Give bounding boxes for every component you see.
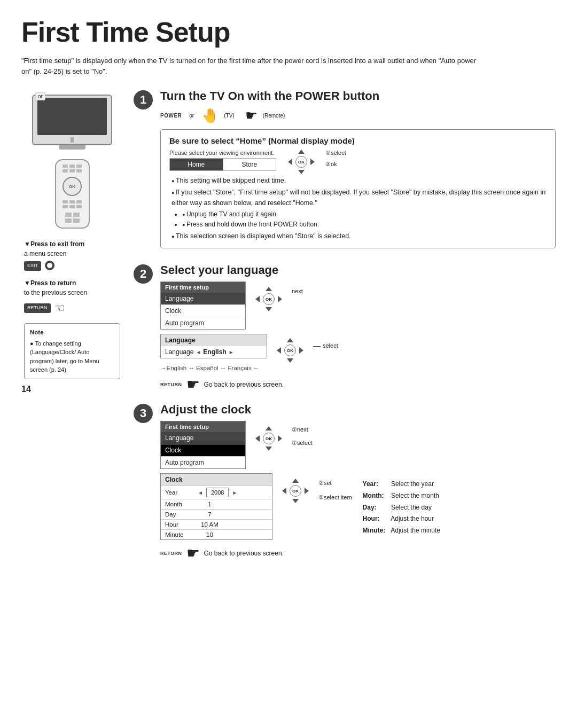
menu-item-clock-2: Clock	[161, 305, 245, 317]
home-store-selector: Home Store	[169, 158, 276, 171]
tv-hand-icon: 🤚	[201, 107, 219, 124]
step1-number: 1	[134, 90, 153, 109]
ok-button-step3[interactable]: OK	[263, 433, 275, 444]
minute-field-label: Minute	[165, 531, 194, 538]
ok-button-step1[interactable]: OK	[295, 156, 307, 168]
clock-up-icon	[292, 479, 299, 483]
remote-label: (Remote)	[263, 113, 285, 119]
bullet-1: This setting will be skipped next time.	[171, 175, 547, 186]
year-value: 2008	[206, 488, 229, 497]
step1-content: Turn the TV On with the POWER button POW…	[160, 89, 556, 254]
ok-label-step1: ②ok	[325, 161, 346, 168]
year-left-icon: ◄	[198, 490, 203, 496]
ok-button-clock[interactable]: OK	[290, 485, 301, 497]
minute-info: Minute: Adjust the minute	[363, 525, 440, 537]
step3-heading: Adjust the clock	[160, 403, 556, 417]
select-label-step1: ①select	[325, 150, 346, 156]
next-label-step3: ②next	[292, 426, 313, 433]
step3-content: Adjust the clock First time setup Langua…	[160, 403, 556, 562]
bullet-3: This selection screen is displayed when …	[171, 231, 547, 241]
side-notes: ▼Press to exit from a menu screen EXIT ▼…	[24, 239, 120, 379]
step2-left-icon	[255, 296, 260, 302]
step3-number: 3	[134, 404, 153, 423]
select-lang-label: select	[323, 342, 338, 349]
right-info: Year: Select the year Month: Select the …	[363, 479, 440, 536]
or-label: or	[35, 92, 45, 100]
step2-content: Select your language First time setup La…	[160, 263, 556, 393]
bullet-2a: Unplug the TV and plug it again.	[182, 209, 547, 220]
year-field-label: Year	[165, 489, 194, 496]
clock-left-icon	[282, 488, 286, 494]
step2-menu-title: First time setup	[161, 282, 245, 293]
intro-text: "First time setup" is displayed only whe…	[21, 56, 481, 76]
step2-return: RETURN ☛ Go back to previous screen.	[160, 375, 556, 393]
exit-note: a menu screen	[24, 249, 120, 259]
return-hand-icon-step2: ☛	[186, 375, 200, 393]
step2-down-icon	[266, 307, 272, 311]
clock-row-minute: Minute 10	[161, 529, 272, 539]
note-box: Note ● To change setting (Language/Clock…	[24, 323, 120, 379]
minute-value: 10	[198, 531, 222, 538]
set-label: ②set	[318, 480, 352, 487]
left-arrow-icon	[288, 159, 292, 165]
page-title: First Time Setup	[21, 16, 556, 48]
tv-label: (TV)	[224, 113, 234, 119]
store-option[interactable]: Store	[223, 159, 276, 170]
lang-flow: →English ↔ Español ↔ Français ←	[160, 365, 556, 371]
menu-item-auto-program-2: Auto program	[161, 317, 245, 329]
lang-right-icon: ►	[229, 349, 234, 355]
home-option[interactable]: Home	[170, 159, 223, 170]
menu-item-language: Language	[161, 293, 245, 305]
menu-item-clock-3: Clock	[161, 444, 245, 457]
note-text: To change setting (Language/Clock/ Auto …	[30, 340, 99, 373]
step3-return: RETURN ☛ Go back to previous screen.	[160, 544, 556, 562]
step3-left-icon	[255, 435, 260, 442]
bullet-2: If you select "Store", "First time setup…	[171, 187, 547, 230]
day-value: 7	[198, 511, 222, 518]
lang-row: Language ◄ English ►	[161, 346, 267, 358]
next-label-step2: next	[292, 288, 303, 294]
note-title: Note	[30, 328, 114, 337]
down-arrow-icon	[298, 170, 305, 174]
year-right-icon: ►	[232, 490, 237, 496]
step3-up-icon	[266, 426, 272, 430]
exit-button[interactable]: EXIT	[24, 261, 41, 271]
hour-info: Hour: Adjust the hour	[363, 513, 440, 525]
up-arrow-icon	[298, 150, 305, 154]
step3-menu: First time setup Language Clock Auto pro…	[160, 421, 246, 469]
day-field-label: Day	[165, 511, 194, 518]
return-button-label[interactable]: RETURN	[24, 303, 51, 313]
month-value: 1	[198, 501, 222, 507]
step2-right-icon	[278, 296, 282, 302]
ok-button-lang[interactable]: OK	[284, 345, 296, 356]
step2-container: 2 Select your language First time setup …	[134, 263, 556, 393]
step2-lang-row: Language Language ◄ English ►	[160, 334, 556, 363]
home-store-title: Be sure to select “Home” (Normal display…	[169, 136, 547, 145]
lang-label: Language	[165, 348, 193, 356]
clock-row-month: Month 1	[161, 499, 272, 509]
return-note-bold: ▼Press to return	[24, 278, 120, 288]
clock-row-year: Year ◄ 2008 ►	[161, 486, 272, 499]
clock-title: Clock	[161, 474, 272, 486]
lang-up-icon	[287, 338, 293, 342]
right-arrow-icon	[310, 159, 315, 165]
select-item-label: ①select item	[318, 494, 352, 501]
clock-row-day: Day 7	[161, 509, 272, 519]
month-field-label: Month	[165, 501, 194, 507]
step3-right-icon	[278, 435, 282, 442]
lang-value: English	[203, 348, 226, 356]
hour-value: 10 AM	[198, 521, 222, 528]
return-label-step3: RETURN	[160, 551, 182, 556]
step2-up-icon	[266, 287, 272, 291]
day-info: Day: Select the day	[363, 502, 440, 514]
right-column: 1 Turn the TV On with the POWER button P…	[134, 89, 556, 562]
step3-down-icon	[266, 447, 272, 451]
ok-button-step2[interactable]: OK	[263, 293, 275, 305]
prompt-text: Please select your viewing environment.	[169, 150, 276, 156]
or-text: or	[189, 113, 194, 119]
clock-down-icon	[292, 499, 299, 503]
step3-menu-title: First time setup	[161, 421, 245, 432]
return-hand-icon-step3: ☛	[186, 544, 200, 562]
lang-left-nav-icon	[277, 347, 281, 354]
tv-illustration	[32, 95, 112, 145]
